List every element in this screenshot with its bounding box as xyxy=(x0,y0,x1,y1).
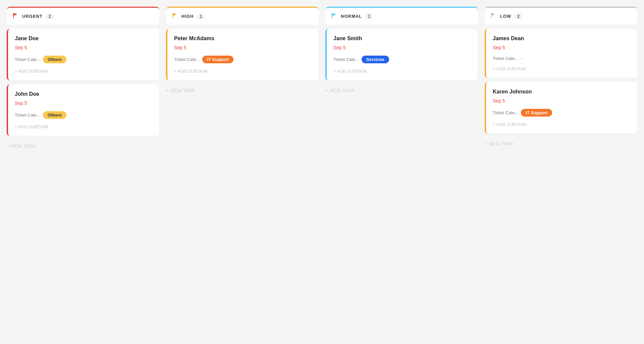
column-count-low: 2 xyxy=(515,13,522,19)
column-header-normal: NORMAL1 xyxy=(325,7,478,25)
svg-marker-2 xyxy=(173,13,177,16)
column-header-high: HIGH1 xyxy=(166,7,319,25)
column-count-urgent: 2 xyxy=(46,13,54,19)
add-subtask-button[interactable]: + ADD SUBTASK xyxy=(493,66,631,71)
field-label: Ticket Cate... xyxy=(333,57,359,62)
flag-icon-normal xyxy=(331,12,337,20)
column-header-urgent: URGENT2 xyxy=(7,7,159,25)
card-low-0: James DeanSep 5Ticket Cate...–+ ADD SUBT… xyxy=(485,29,637,78)
card-low-1: Karen JohnsonSep 5Ticket Cate...IT Suppo… xyxy=(485,82,637,134)
card-person-name: Karen Johnson xyxy=(493,89,631,95)
field-label: Ticket Cate... xyxy=(493,110,518,115)
ticket-category-tag[interactable]: Others xyxy=(43,56,66,63)
svg-marker-4 xyxy=(332,13,336,16)
card-person-name: John Doe xyxy=(15,91,153,97)
field-label: Ticket Cate... xyxy=(493,56,518,61)
card-person-name: Jane Smith xyxy=(333,36,471,42)
svg-marker-0 xyxy=(13,13,17,16)
card-ticket-field: Ticket Cate...– xyxy=(493,56,631,61)
column-high: HIGH1Peter McAdamsSep 5Ticket Cate...IT … xyxy=(166,7,319,152)
column-count-high: 1 xyxy=(197,13,205,19)
flag-icon-low xyxy=(491,12,497,20)
card-person-name: Jane Doe xyxy=(15,36,153,42)
new-task-button-normal[interactable]: + NEW TASK xyxy=(325,84,478,96)
column-title-high: HIGH xyxy=(181,14,194,19)
card-ticket-field: Ticket Cate...Others xyxy=(15,56,153,63)
column-title-low: LOW xyxy=(500,14,511,19)
column-low: LOW2James DeanSep 5Ticket Cate...–+ ADD … xyxy=(485,7,637,152)
card-urgent-1: John DoeSep 5Ticket Cate...Others+ ADD S… xyxy=(7,84,159,136)
card-date: Sep 5 xyxy=(493,45,631,50)
column-normal: NORMAL1Jane SmithSep 5Ticket Cate...Serv… xyxy=(325,7,478,152)
card-ticket-field: Ticket Cate...Others xyxy=(15,111,153,119)
column-title-urgent: URGENT xyxy=(22,14,43,19)
card-date: Sep 5 xyxy=(333,45,471,50)
flag-icon-urgent xyxy=(13,12,19,20)
ticket-category-empty: – xyxy=(521,56,524,61)
card-ticket-field: Ticket Cate...Services xyxy=(333,56,471,63)
card-high-0: Peter McAdamsSep 5Ticket Cate...IT Suppo… xyxy=(166,29,319,80)
add-subtask-button[interactable]: + ADD SUBTASK xyxy=(333,69,471,74)
add-subtask-button[interactable]: + ADD SUBTASK xyxy=(174,69,312,74)
add-subtask-button[interactable]: + ADD SUBTASK xyxy=(15,124,153,129)
add-subtask-button[interactable]: + ADD SUBTASK xyxy=(15,69,153,74)
ticket-category-tag[interactable]: IT Support xyxy=(202,56,233,63)
ticket-category-tag[interactable]: Others xyxy=(43,111,66,119)
field-label: Ticket Cate... xyxy=(15,113,40,118)
card-date: Sep 5 xyxy=(493,98,631,104)
column-header-low: LOW2 xyxy=(485,7,637,25)
svg-marker-6 xyxy=(491,13,495,16)
card-person-name: James Dean xyxy=(493,36,631,42)
card-ticket-field: Ticket Cate...IT Support xyxy=(174,56,312,63)
new-task-button-low[interactable]: + NEW TASK xyxy=(485,138,637,150)
field-label: Ticket Cate... xyxy=(15,57,40,62)
new-task-button-urgent[interactable]: + NEW TASK xyxy=(7,140,159,152)
card-normal-0: Jane SmithSep 5Ticket Cate...Services+ A… xyxy=(325,29,478,80)
new-task-button-high[interactable]: + NEW TASK xyxy=(166,84,319,96)
column-count-normal: 1 xyxy=(365,13,373,19)
ticket-category-tag[interactable]: IT Support xyxy=(521,109,552,117)
kanban-board: URGENT2Jane DoeSep 5Ticket Cate...Others… xyxy=(7,7,637,152)
card-date: Sep 5 xyxy=(15,100,153,106)
add-subtask-button[interactable]: + ADD SUBTASK xyxy=(493,122,631,127)
column-title-normal: NORMAL xyxy=(341,14,362,19)
card-person-name: Peter McAdams xyxy=(174,36,312,42)
card-date: Sep 5 xyxy=(174,45,312,50)
column-urgent: URGENT2Jane DoeSep 5Ticket Cate...Others… xyxy=(7,7,159,152)
field-label: Ticket Cate... xyxy=(174,57,200,62)
card-date: Sep 5 xyxy=(15,45,153,50)
flag-icon-high xyxy=(172,12,178,20)
ticket-category-tag[interactable]: Services xyxy=(362,56,389,63)
card-urgent-0: Jane DoeSep 5Ticket Cate...Others+ ADD S… xyxy=(7,29,159,80)
card-ticket-field: Ticket Cate...IT Support xyxy=(493,109,631,117)
